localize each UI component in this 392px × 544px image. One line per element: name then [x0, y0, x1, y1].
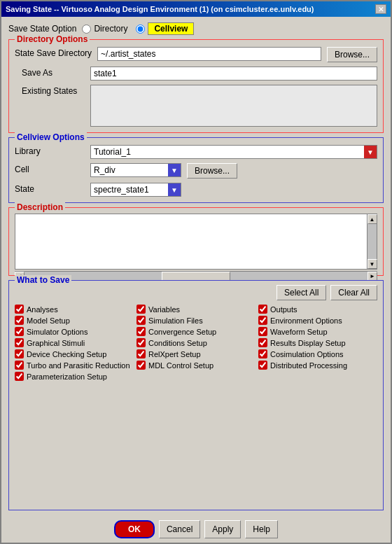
checkbox-label-15: Turbo and Parasitic Reduction — [27, 361, 130, 370]
checkbox-10[interactable] — [136, 338, 146, 347]
apply-button[interactable]: Apply — [204, 520, 241, 538]
existing-states-row: Existing States — [15, 85, 377, 127]
checkbox-label-12: Device Checking Setup — [27, 350, 106, 358]
save-state-option-label: Save State Option — [8, 24, 76, 34]
existing-states-label: Existing States — [15, 85, 85, 96]
checkbox-1[interactable] — [136, 305, 146, 314]
window-title: Saving State -- Virtuoso Analog Design E… — [6, 5, 314, 13]
checkbox-label-16: MDL Control Setup — [148, 361, 214, 370]
checkbox-item: Distributed Processing — [258, 361, 377, 370]
scroll-down-btn[interactable]: ▼ — [368, 259, 377, 269]
help-button[interactable]: Help — [245, 520, 278, 538]
checkbox-label-2: Outputs — [270, 305, 298, 314]
description-container: ▲ ▼ ◄ ► — [15, 214, 377, 270]
checkbox-17[interactable] — [258, 361, 267, 370]
existing-states-area[interactable] — [90, 85, 377, 127]
cellview-radio[interactable] — [136, 25, 145, 34]
checkbox-item: Environment Options — [258, 316, 377, 325]
state-dropdown-btn[interactable]: ▼ — [168, 183, 181, 196]
scroll-up-btn[interactable]: ▲ — [368, 214, 377, 224]
title-bar: Saving State -- Virtuoso Analog Design E… — [1, 1, 391, 17]
checkbox-9[interactable] — [15, 338, 24, 347]
checkbox-label-14: Cosimulation Options — [270, 350, 344, 358]
checkbox-label-10: Conditions Setup — [148, 339, 207, 347]
state-row: State spectre_state1 ▼ — [15, 183, 377, 197]
checkbox-item: RelXpert Setup — [136, 349, 255, 358]
checkbox-14[interactable] — [258, 349, 267, 358]
checkbox-item: Convergence Setup — [136, 327, 255, 336]
description-label: Description — [15, 202, 65, 212]
save-as-row: Save As — [15, 67, 377, 81]
directory-options-section: Directory Options State Save Directory B… — [8, 39, 384, 133]
save-as-label: Save As — [15, 67, 85, 78]
scroll-track — [368, 224, 377, 259]
state-save-dir-label: State Save Directory — [15, 47, 92, 58]
checkbox-11[interactable] — [258, 338, 267, 347]
library-dropdown-btn[interactable]: ▼ — [364, 146, 377, 158]
save-as-input[interactable] — [90, 67, 377, 81]
checkbox-4[interactable] — [136, 316, 146, 325]
checkbox-item: Parameterization Setup — [15, 372, 134, 381]
checkbox-item: Results Display Setup — [258, 338, 377, 347]
checkbox-2[interactable] — [258, 305, 267, 314]
library-value: Tutorial_1 — [94, 147, 364, 157]
cellview-options-label: Cellview Options — [15, 132, 87, 142]
checkbox-label-17: Distributed Processing — [270, 361, 347, 370]
library-row: Library Tutorial_1 ▼ — [15, 145, 377, 159]
checkbox-item: Graphical Stimuli — [15, 338, 134, 347]
checkbox-8[interactable] — [258, 327, 267, 336]
checkbox-3[interactable] — [15, 316, 24, 325]
cellview-options-section: Cellview Options Library Tutorial_1 ▼ Ce… — [8, 137, 384, 203]
clear-all-button[interactable]: Clear All — [330, 285, 377, 300]
checkbox-item: Simulator Options — [15, 327, 134, 336]
checkbox-label-9: Graphical Stimuli — [27, 339, 85, 347]
state-value: spectre_state1 — [94, 185, 168, 195]
checkbox-15[interactable] — [15, 361, 24, 370]
directory-radio[interactable] — [82, 25, 91, 34]
cancel-button[interactable]: Cancel — [159, 520, 200, 538]
browse-cell-button[interactable]: Browse... — [187, 163, 237, 179]
select-clear-row: Select All Clear All — [15, 285, 377, 300]
directory-options-label: Directory Options — [15, 34, 90, 44]
checkbox-label-6: Simulator Options — [27, 328, 88, 336]
checkbox-5[interactable] — [258, 316, 267, 325]
cell-row: Cell R_div ▼ Browse... — [15, 163, 377, 179]
cell-dropdown-btn[interactable]: ▼ — [168, 164, 181, 176]
description-scrollbar: ▲ ▼ — [367, 214, 377, 269]
state-select-container: spectre_state1 ▼ — [90, 183, 181, 197]
checkbox-12[interactable] — [15, 349, 24, 358]
save-state-radio-group: Directory Cellview — [82, 22, 194, 35]
checkbox-item: Conditions Setup — [136, 338, 255, 347]
checkbox-label-5: Environment Options — [270, 316, 342, 325]
directory-radio-label: Directory — [94, 24, 127, 34]
checkbox-item: Model Setup — [15, 316, 134, 325]
close-button[interactable]: ✕ — [375, 4, 386, 14]
browse-dir-button[interactable]: Browse... — [327, 47, 377, 62]
description-section: Description ▲ ▼ ◄ ► — [8, 207, 384, 276]
what-to-save-section: What to Save Select All Clear All Analys… — [8, 280, 384, 510]
checkbox-label-18: Parameterization Setup — [27, 372, 107, 381]
checkbox-7[interactable] — [136, 327, 146, 336]
description-area[interactable]: ▲ ▼ — [15, 214, 377, 270]
checkbox-item: Cosimulation Options — [258, 349, 377, 358]
checkbox-item: MDL Control Setup — [136, 361, 255, 370]
ok-button[interactable]: OK — [114, 520, 155, 538]
state-save-dir-input[interactable] — [97, 47, 321, 61]
cell-select-container: R_div ▼ — [90, 163, 181, 177]
checkbox-13[interactable] — [136, 349, 146, 358]
checkbox-0[interactable] — [15, 305, 24, 314]
checkbox-6[interactable] — [15, 327, 24, 336]
checkbox-item: Waveform Setup — [258, 327, 377, 336]
checkbox-label-13: RelXpert Setup — [148, 350, 201, 358]
state-label: State — [15, 183, 85, 194]
checkbox-label-0: Analyses — [27, 305, 58, 314]
checkbox-16[interactable] — [136, 361, 146, 370]
checkbox-item: Variables — [136, 305, 255, 314]
cellview-radio-item: Cellview — [136, 22, 194, 35]
bottom-buttons-row: OK Cancel Apply Help — [1, 516, 391, 543]
checkbox-item: Simulation Files — [136, 316, 255, 325]
cellview-badge: Cellview — [148, 22, 194, 35]
checkbox-18[interactable] — [15, 372, 24, 381]
select-all-button[interactable]: Select All — [276, 285, 326, 300]
what-to-save-label: What to Save — [15, 275, 71, 285]
